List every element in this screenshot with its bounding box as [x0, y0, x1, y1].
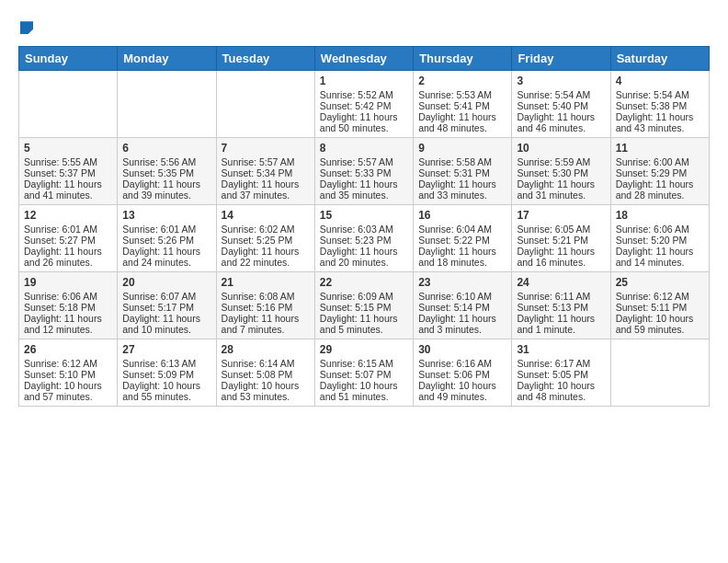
daylight-text: Daylight: 10 hours and 59 minutes. — [616, 313, 704, 335]
calendar-day-cell: 14Sunrise: 6:02 AMSunset: 5:25 PMDayligh… — [216, 204, 314, 271]
calendar-day-cell: 18Sunrise: 6:06 AMSunset: 5:20 PMDayligh… — [610, 204, 709, 271]
daylight-text: Daylight: 11 hours and 28 minutes. — [616, 178, 704, 201]
daylight-text: Daylight: 11 hours and 24 minutes. — [122, 246, 210, 268]
sunrise-text: Sunrise: 6:00 AM — [616, 156, 704, 167]
sunset-text: Sunset: 5:26 PM — [122, 235, 210, 246]
sunrise-text: Sunrise: 6:08 AM — [222, 291, 310, 302]
day-number: 9 — [418, 142, 506, 155]
calendar-day-cell: 11Sunrise: 6:00 AMSunset: 5:29 PMDayligh… — [610, 137, 709, 204]
sunset-text: Sunset: 5:16 PM — [222, 302, 310, 313]
sunrise-text: Sunrise: 6:15 AM — [320, 358, 408, 369]
sunrise-text: Sunrise: 5:52 AM — [320, 89, 408, 100]
calendar-day-cell: 31Sunrise: 6:17 AMSunset: 5:05 PMDayligh… — [512, 339, 610, 406]
calendar-week-row: 12Sunrise: 6:01 AMSunset: 5:27 PMDayligh… — [19, 204, 710, 271]
day-number: 3 — [517, 75, 605, 87]
sunrise-text: Sunrise: 6:14 AM — [222, 358, 310, 369]
day-number: 1 — [320, 75, 408, 87]
day-number: 5 — [24, 142, 112, 155]
day-number: 20 — [122, 276, 210, 289]
daylight-text: Daylight: 10 hours and 51 minutes. — [320, 380, 408, 402]
daylight-text: Daylight: 11 hours and 1 minute. — [517, 313, 605, 335]
daylight-text: Daylight: 11 hours and 5 minutes. — [320, 313, 408, 335]
sunset-text: Sunset: 5:09 PM — [122, 369, 210, 380]
sunrise-text: Sunrise: 6:01 AM — [122, 224, 210, 235]
sunset-text: Sunset: 5:25 PM — [222, 235, 310, 246]
sunrise-text: Sunrise: 5:54 AM — [517, 89, 605, 100]
sunset-text: Sunset: 5:34 PM — [222, 167, 310, 178]
calendar-week-row: 26Sunrise: 6:12 AMSunset: 5:10 PMDayligh… — [19, 339, 710, 406]
sunset-text: Sunset: 5:35 PM — [122, 167, 210, 178]
sunrise-text: Sunrise: 6:04 AM — [418, 224, 506, 235]
calendar-day-cell: 8Sunrise: 5:57 AMSunset: 5:33 PMDaylight… — [314, 137, 413, 204]
day-number: 31 — [517, 343, 605, 356]
daylight-text: Daylight: 10 hours and 53 minutes. — [222, 380, 310, 402]
calendar-day-cell: 13Sunrise: 6:01 AMSunset: 5:26 PMDayligh… — [118, 204, 216, 271]
day-of-week-header: Wednesday — [314, 46, 413, 70]
sunrise-text: Sunrise: 5:53 AM — [418, 89, 506, 100]
day-number: 17 — [517, 209, 605, 222]
day-number: 12 — [24, 209, 112, 222]
daylight-text: Daylight: 11 hours and 12 minutes. — [24, 313, 112, 335]
day-of-week-header: Tuesday — [216, 46, 314, 70]
day-of-week-header: Saturday — [610, 46, 709, 70]
day-of-week-header: Friday — [512, 46, 610, 70]
calendar-day-cell: 16Sunrise: 6:04 AMSunset: 5:22 PMDayligh… — [414, 204, 512, 271]
calendar-day-cell: 20Sunrise: 6:07 AMSunset: 5:17 PMDayligh… — [118, 271, 216, 339]
sunset-text: Sunset: 5:15 PM — [320, 302, 408, 313]
sunrise-text: Sunrise: 6:02 AM — [222, 224, 310, 235]
calendar-day-cell: 22Sunrise: 6:09 AMSunset: 5:15 PMDayligh… — [314, 271, 413, 339]
calendar-day-cell: 4Sunrise: 5:54 AMSunset: 5:38 PMDaylight… — [610, 70, 709, 137]
calendar-day-cell: 12Sunrise: 6:01 AMSunset: 5:27 PMDayligh… — [19, 204, 118, 271]
day-of-week-header: Sunday — [19, 46, 118, 70]
sunrise-text: Sunrise: 6:16 AM — [418, 358, 506, 369]
sunrise-text: Sunrise: 6:12 AM — [616, 291, 704, 302]
daylight-text: Daylight: 10 hours and 57 minutes. — [24, 380, 112, 402]
sunset-text: Sunset: 5:33 PM — [320, 167, 408, 178]
sunset-text: Sunset: 5:38 PM — [616, 100, 704, 111]
sunset-text: Sunset: 5:27 PM — [24, 235, 112, 246]
calendar-day-cell: 15Sunrise: 6:03 AMSunset: 5:23 PMDayligh… — [314, 204, 413, 271]
sunset-text: Sunset: 5:06 PM — [418, 369, 506, 380]
day-number: 19 — [24, 276, 112, 289]
logo-icon — [20, 21, 33, 34]
calendar-day-cell: 2Sunrise: 5:53 AMSunset: 5:41 PMDaylight… — [414, 70, 512, 137]
sunrise-text: Sunrise: 5:58 AM — [418, 156, 506, 167]
day-number: 10 — [517, 142, 605, 155]
daylight-text: Daylight: 11 hours and 33 minutes. — [418, 178, 506, 201]
daylight-text: Daylight: 11 hours and 7 minutes. — [222, 313, 310, 335]
calendar-day-cell — [216, 70, 314, 137]
sunset-text: Sunset: 5:30 PM — [517, 167, 605, 178]
sunset-text: Sunset: 5:17 PM — [122, 302, 210, 313]
calendar-day-cell: 23Sunrise: 6:10 AMSunset: 5:14 PMDayligh… — [414, 271, 512, 339]
daylight-text: Daylight: 11 hours and 31 minutes. — [517, 178, 605, 201]
day-number: 6 — [122, 142, 210, 155]
sunset-text: Sunset: 5:42 PM — [320, 100, 408, 111]
calendar-day-cell: 29Sunrise: 6:15 AMSunset: 5:07 PMDayligh… — [314, 339, 413, 406]
calendar-day-cell: 10Sunrise: 5:59 AMSunset: 5:30 PMDayligh… — [512, 137, 610, 204]
daylight-text: Daylight: 11 hours and 46 minutes. — [517, 111, 605, 133]
calendar-day-cell: 27Sunrise: 6:13 AMSunset: 5:09 PMDayligh… — [118, 339, 216, 406]
calendar-day-cell: 28Sunrise: 6:14 AMSunset: 5:08 PMDayligh… — [216, 339, 314, 406]
sunrise-text: Sunrise: 6:05 AM — [517, 224, 605, 235]
sunrise-text: Sunrise: 5:55 AM — [24, 156, 112, 167]
calendar-day-cell: 5Sunrise: 5:55 AMSunset: 5:37 PMDaylight… — [19, 137, 118, 204]
daylight-text: Daylight: 11 hours and 20 minutes. — [320, 246, 408, 268]
sunset-text: Sunset: 5:20 PM — [616, 235, 704, 246]
sunset-text: Sunset: 5:08 PM — [222, 369, 310, 380]
calendar-day-cell: 30Sunrise: 6:16 AMSunset: 5:06 PMDayligh… — [414, 339, 512, 406]
day-number: 21 — [222, 276, 310, 289]
day-number: 28 — [222, 343, 310, 356]
day-number: 2 — [418, 75, 506, 87]
day-number: 23 — [418, 276, 506, 289]
daylight-text: Daylight: 10 hours and 55 minutes. — [122, 380, 210, 402]
day-number: 30 — [418, 343, 506, 356]
day-number: 4 — [616, 75, 704, 87]
days-header-row: SundayMondayTuesdayWednesdayThursdayFrid… — [19, 46, 710, 70]
daylight-text: Daylight: 11 hours and 50 minutes. — [320, 111, 408, 133]
day-number: 8 — [320, 142, 408, 155]
day-number: 16 — [418, 209, 506, 222]
sunrise-text: Sunrise: 5:54 AM — [616, 89, 704, 100]
sunrise-text: Sunrise: 6:17 AM — [517, 358, 605, 369]
sunset-text: Sunset: 5:05 PM — [517, 369, 605, 380]
sunrise-text: Sunrise: 6:07 AM — [122, 291, 210, 302]
